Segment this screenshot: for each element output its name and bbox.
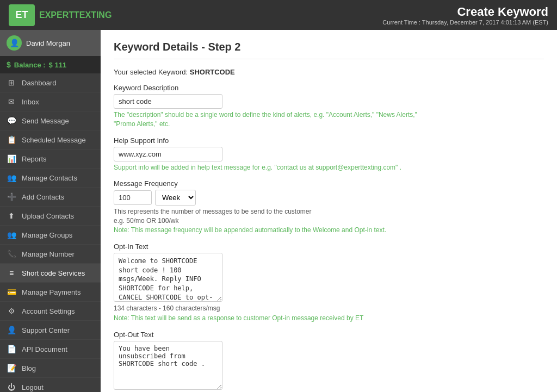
blog-icon: 📝 <box>7 364 16 372</box>
optout-group: Opt-Out Text You have been unsubscribed … <box>114 331 544 392</box>
sidebar-item-label: Scheduled Message <box>22 136 86 144</box>
manage-payments-icon: 💳 <box>7 288 16 296</box>
optout-label: Opt-Out Text <box>114 331 544 339</box>
keyword-description-input[interactable] <box>114 94 222 109</box>
header-right: Create Keyword Current Time : Thursday, … <box>382 5 548 26</box>
sidebar-item-label: Short code Services <box>22 269 85 277</box>
logo-text: EXPERTTEXTING <box>39 10 112 20</box>
sidebar-item-label: Send Message <box>22 117 69 125</box>
frequency-note: This represents the number of messages t… <box>114 207 544 234</box>
user-name: David Morgan <box>26 39 70 47</box>
sidebar-item-label: Manage Groups <box>22 231 72 239</box>
sidebar-item-label: Upload Contacts <box>22 212 74 220</box>
sidebar-item-label: Blog <box>22 364 36 372</box>
sidebar-item-scheduled-message[interactable]: 📋 Scheduled Message <box>0 130 101 150</box>
help-support-label: Help Support Info <box>114 136 544 145</box>
frequency-number-input[interactable] <box>114 190 152 205</box>
short-code-icon: ≡ <box>7 269 16 277</box>
keyword-description-label: Keyword Description <box>114 84 544 92</box>
logo-area: ET EXPERTTEXTING <box>9 4 112 26</box>
support-center-icon: 👤 <box>7 326 16 334</box>
sidebar-item-label: Dashboard <box>22 79 57 87</box>
manage-groups-icon: 👥 <box>7 231 16 239</box>
scheduled-icon: 📋 <box>7 135 16 144</box>
page-title: Keyword Details - Step 2 <box>114 41 544 59</box>
sidebar-item-account-settings[interactable]: ⚙ Account Settings <box>0 302 101 321</box>
optout-textarea[interactable]: You have been unsubscribed from SHORTCOD… <box>114 341 222 390</box>
frequency-row: Day Week Month <box>114 190 544 206</box>
optin-textarea[interactable]: Welcome to SHORTCODE short code ! 100 ms… <box>114 253 222 302</box>
sidebar-item-label: API Document <box>22 345 67 353</box>
sidebar-item-label: Add Contacts <box>22 193 64 201</box>
sidebar-item-api-document[interactable]: 📄 API Document <box>0 340 101 359</box>
sidebar-item-send-message[interactable]: 💬 Send Message <box>0 111 101 130</box>
sidebar-item-manage-contacts[interactable]: 👥 Manage Contacts <box>0 169 101 188</box>
balance-bar: $ Balance : $ 111 <box>0 56 101 73</box>
optin-group: Opt-In Text Welcome to SHORTCODE short c… <box>114 242 544 323</box>
message-frequency-group: Message Frequency Day Week Month This re… <box>114 179 544 234</box>
dollar-icon: $ <box>7 60 11 69</box>
sidebar-item-label: Logout <box>22 383 44 391</box>
sidebar-item-reports[interactable]: 📊 Reports <box>0 150 101 169</box>
manage-number-icon: 📞 <box>7 250 16 258</box>
help-support-group: Help Support Info Support info will be a… <box>114 136 544 172</box>
keyword-description-group: Keyword Description The "description" sh… <box>114 84 544 129</box>
sidebar-item-logout[interactable]: ⏻ Logout <box>0 378 101 392</box>
logo-icon: ET <box>9 4 35 26</box>
sidebar-user: 👤 David Morgan <box>0 30 101 56</box>
dashboard-icon: ⊞ <box>7 78 16 87</box>
send-message-icon: 💬 <box>7 116 16 125</box>
manage-contacts-icon: 👥 <box>7 173 16 182</box>
account-settings-icon: ⚙ <box>7 307 16 315</box>
upload-contacts-icon: ⬆ <box>7 211 16 220</box>
header-title: Create Keyword <box>382 5 548 19</box>
user-avatar-icon: 👤 <box>7 35 22 51</box>
selected-keyword-value: SHORTCODE <box>190 68 235 76</box>
sidebar-item-label: Manage Number <box>22 250 75 258</box>
sidebar-item-label: Manage Contacts <box>22 174 77 182</box>
sidebar-item-manage-number[interactable]: 📞 Manage Number <box>0 245 101 264</box>
sidebar-item-manage-payments[interactable]: 💳 Manage Payments <box>0 283 101 302</box>
sidebar-item-manage-groups[interactable]: 👥 Manage Groups <box>0 226 101 245</box>
sidebar-item-label: Inbox <box>22 98 39 106</box>
header: ET EXPERTTEXTING Create Keyword Current … <box>0 0 557 30</box>
frequency-period-select[interactable]: Day Week Month <box>155 190 196 206</box>
balance-label: Balance : <box>14 61 46 69</box>
sidebar-item-add-contacts[interactable]: ➕ Add Contacts <box>0 188 101 207</box>
sidebar-item-blog[interactable]: 📝 Blog <box>0 359 101 378</box>
sidebar-item-dashboard[interactable]: ⊞ Dashboard <box>0 73 101 92</box>
sidebar-item-label: Support Center <box>22 326 70 334</box>
sidebar-item-label: Manage Payments <box>22 288 81 296</box>
sidebar-item-inbox[interactable]: ✉ Inbox <box>0 92 101 111</box>
selected-keyword-line: Your selected Keyword: SHORTCODE <box>114 68 544 76</box>
api-doc-icon: 📄 <box>7 345 16 353</box>
sidebar-item-short-code[interactable]: ≡ Short code Services <box>0 264 101 283</box>
reports-icon: 📊 <box>7 154 16 163</box>
keyword-description-hint: The "description" should be a single wor… <box>114 110 440 129</box>
main-content: Keyword Details - Step 2 Your selected K… <box>101 30 557 392</box>
logout-icon: ⏻ <box>7 383 16 391</box>
sidebar-item-label: Reports <box>22 155 47 163</box>
add-contacts-icon: ➕ <box>7 192 16 201</box>
sidebar: 👤 David Morgan $ Balance : $ 111 ⊞ Dashb… <box>0 30 101 392</box>
header-time: Current Time : Thursday, December 7, 201… <box>382 19 548 26</box>
help-support-hint: Support info will be added in help text … <box>114 163 440 172</box>
sidebar-item-label: Account Settings <box>22 307 75 315</box>
help-support-input[interactable] <box>114 147 222 161</box>
optin-label: Opt-In Text <box>114 242 544 251</box>
inbox-icon: ✉ <box>7 97 16 106</box>
selected-keyword-prefix: Your selected Keyword: <box>114 68 188 76</box>
sidebar-item-upload-contacts[interactable]: ⬆ Upload Contacts <box>0 207 101 226</box>
optin-hint: Note: This text will be send as a respon… <box>114 314 440 323</box>
layout: 👤 David Morgan $ Balance : $ 111 ⊞ Dashb… <box>0 30 557 392</box>
sidebar-item-support-center[interactable]: 👤 Support Center <box>0 321 101 340</box>
message-frequency-label: Message Frequency <box>114 179 544 188</box>
balance-value: $ 111 <box>49 61 67 69</box>
optin-char-count: 134 characters - 160 characters/msg <box>114 304 544 312</box>
